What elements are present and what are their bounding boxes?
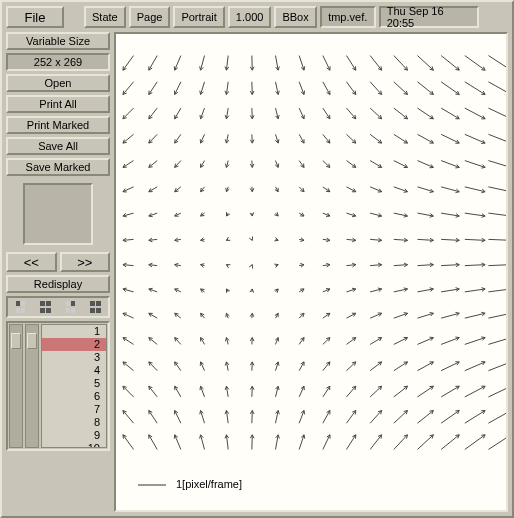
svg-line-659	[404, 386, 408, 387]
list-item[interactable]: 10	[42, 442, 106, 448]
svg-line-542	[225, 338, 226, 342]
legend-caption: 1[pixel/frame]	[136, 478, 242, 490]
list-item[interactable]: 4	[42, 364, 106, 377]
svg-line-407	[300, 263, 304, 264]
frame-listbox[interactable]: 12345678910	[41, 324, 107, 448]
svg-line-720	[123, 435, 134, 450]
svg-line-378	[465, 239, 485, 240]
next-button[interactable]: >>	[60, 252, 111, 272]
svg-line-660	[417, 386, 433, 397]
portrait-button[interactable]: Portrait	[173, 6, 224, 28]
list-item[interactable]: 3	[42, 351, 106, 364]
svg-line-372	[417, 239, 433, 240]
svg-line-96	[123, 108, 134, 119]
svg-line-423	[441, 265, 459, 266]
svg-line-77	[355, 91, 356, 95]
list-item[interactable]: 2	[42, 338, 106, 351]
redisplay-button[interactable]: Redisplay	[6, 275, 110, 293]
svg-line-141	[488, 108, 506, 119]
svg-line-138	[465, 108, 485, 119]
svg-line-51	[149, 82, 157, 95]
layout-toggle[interactable]	[6, 296, 110, 318]
svg-line-756	[417, 435, 433, 450]
svg-line-714	[465, 411, 485, 424]
svg-line-573	[488, 338, 506, 345]
svg-line-686	[225, 411, 226, 415]
print-all-button[interactable]: Print All	[6, 95, 110, 113]
page-button[interactable]: Page	[129, 6, 171, 28]
svg-line-20	[278, 66, 279, 70]
file-menu[interactable]: File	[6, 6, 64, 28]
svg-line-10	[200, 66, 201, 70]
svg-line-116	[278, 115, 279, 119]
svg-line-404	[274, 264, 278, 265]
zoom-button[interactable]: 1.000	[228, 6, 272, 28]
svg-line-325	[430, 216, 434, 217]
svg-line-710	[430, 411, 434, 412]
svg-line-711	[441, 411, 459, 424]
list-item[interactable]: 8	[42, 416, 106, 429]
svg-line-170	[329, 139, 330, 143]
svg-line-621	[488, 362, 506, 371]
state-button[interactable]: State	[84, 6, 126, 28]
svg-line-470	[430, 288, 434, 289]
list-item[interactable]: 7	[42, 403, 106, 416]
print-marked-button[interactable]: Print Marked	[6, 116, 110, 134]
svg-line-567	[441, 338, 459, 345]
svg-line-394	[201, 264, 205, 265]
variable-size-button[interactable]: Variable Size	[6, 32, 110, 50]
svg-line-436	[149, 288, 153, 289]
svg-line-135	[441, 108, 459, 119]
bbox-button[interactable]: BBox	[274, 6, 316, 28]
svg-line-663	[441, 386, 459, 397]
svg-line-734	[225, 435, 226, 439]
svg-line-762	[465, 435, 485, 450]
svg-line-525	[488, 313, 506, 318]
svg-line-521	[455, 312, 459, 313]
svg-line-61	[225, 91, 226, 95]
svg-line-283	[481, 192, 485, 193]
svg-line-606	[370, 362, 381, 371]
svg-line-518	[430, 312, 434, 313]
vector-field-canvas: 1[pixel/frame]	[114, 32, 508, 512]
svg-line-319	[378, 216, 382, 217]
svg-line-174	[370, 134, 381, 143]
svg-line-448	[252, 289, 253, 293]
svg-line-3	[149, 56, 157, 71]
svg-line-609	[394, 362, 408, 371]
svg-line-467	[404, 288, 408, 289]
svg-line-557	[352, 338, 356, 339]
svg-line-702	[370, 411, 381, 424]
list-item[interactable]: 9	[42, 429, 106, 442]
svg-line-13	[225, 67, 226, 71]
list-item[interactable]: 6	[42, 390, 106, 403]
svg-line-347	[201, 240, 205, 241]
svg-line-99	[149, 108, 157, 119]
svg-line-618	[465, 362, 485, 371]
svg-line-71	[304, 91, 305, 95]
list-item[interactable]: 1	[42, 325, 106, 338]
save-marked-button[interactable]: Save Marked	[6, 158, 110, 176]
list-scrollbar-left[interactable]	[9, 324, 23, 448]
svg-line-615	[441, 362, 459, 371]
open-button[interactable]: Open	[6, 74, 110, 92]
svg-line-75	[346, 82, 355, 95]
svg-line-638	[225, 386, 226, 390]
svg-line-627	[149, 386, 157, 397]
svg-line-157	[225, 139, 226, 143]
prev-button[interactable]: <<	[6, 252, 57, 272]
svg-line-433	[123, 288, 127, 289]
svg-line-24	[323, 56, 330, 71]
svg-line-624	[123, 386, 134, 397]
svg-line-36	[417, 56, 433, 71]
svg-line-612	[417, 362, 433, 371]
svg-line-717	[488, 411, 506, 424]
svg-line-476	[481, 288, 485, 289]
save-all-button[interactable]: Save All	[6, 137, 110, 155]
list-item[interactable]: 5	[42, 377, 106, 390]
svg-line-322	[404, 216, 408, 217]
svg-line-708	[417, 411, 433, 424]
list-scrollbar-mid[interactable]	[25, 324, 39, 448]
svg-line-228	[417, 161, 433, 168]
svg-line-48	[123, 82, 134, 95]
